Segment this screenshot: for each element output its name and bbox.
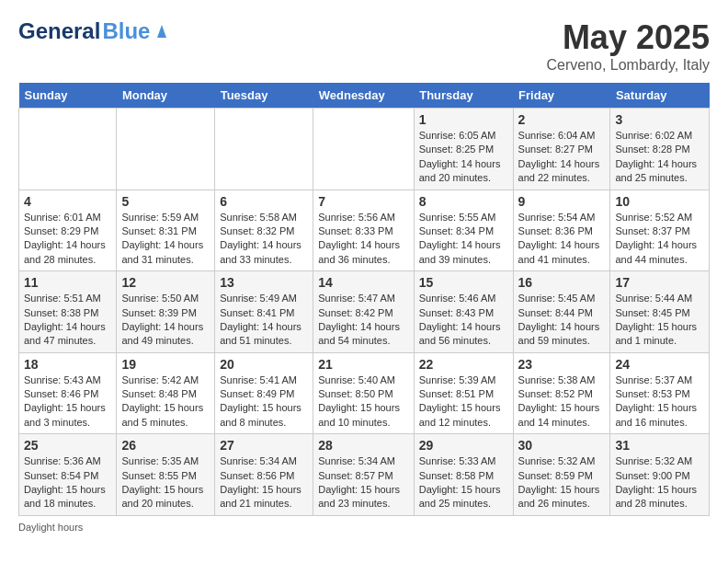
day-info: Sunrise: 6:02 AM Sunset: 8:28 PM Dayligh…: [615, 129, 704, 186]
calendar-week-row: 11Sunrise: 5:51 AM Sunset: 8:38 PM Dayli…: [19, 271, 710, 353]
calendar-cell: 26Sunrise: 5:35 AM Sunset: 8:55 PM Dayli…: [117, 434, 215, 516]
calendar-cell: 11Sunrise: 5:51 AM Sunset: 8:38 PM Dayli…: [19, 271, 117, 353]
day-info: Sunrise: 5:58 AM Sunset: 8:32 PM Dayligh…: [220, 211, 308, 268]
logo-blue: Blue: [102, 18, 150, 44]
calendar-cell: 14Sunrise: 5:47 AM Sunset: 8:42 PM Dayli…: [313, 271, 414, 353]
day-info: Sunrise: 5:46 AM Sunset: 8:43 PM Dayligh…: [419, 292, 508, 349]
day-info: Sunrise: 5:39 AM Sunset: 8:51 PM Dayligh…: [419, 373, 508, 431]
footer-daylight: Daylight hours: [18, 522, 710, 533]
day-info: Sunrise: 5:56 AM Sunset: 8:33 PM Dayligh…: [318, 211, 408, 268]
day-info: Sunrise: 5:37 AM Sunset: 8:53 PM Dayligh…: [615, 373, 704, 431]
day-info: Sunrise: 5:54 AM Sunset: 8:36 PM Dayligh…: [518, 211, 606, 268]
logo-general: General: [18, 18, 100, 44]
day-number: 8: [419, 194, 508, 209]
day-number: 24: [615, 357, 704, 372]
day-number: 20: [220, 357, 308, 372]
calendar-cell: 17Sunrise: 5:44 AM Sunset: 8:45 PM Dayli…: [610, 271, 710, 353]
day-number: 26: [121, 438, 210, 453]
day-number: 15: [419, 275, 508, 290]
calendar-dow-monday: Monday: [117, 83, 215, 109]
calendar-dow-sunday: Sunday: [19, 83, 117, 109]
day-info: Sunrise: 6:05 AM Sunset: 8:25 PM Dayligh…: [419, 129, 508, 186]
day-number: 19: [121, 357, 210, 372]
day-number: 6: [220, 194, 308, 209]
day-number: 31: [615, 438, 704, 453]
day-info: Sunrise: 5:45 AM Sunset: 8:44 PM Dayligh…: [518, 292, 606, 349]
day-number: 13: [220, 275, 308, 290]
day-number: 22: [419, 357, 508, 372]
calendar-cell: [19, 109, 117, 190]
day-info: Sunrise: 6:04 AM Sunset: 8:27 PM Dayligh…: [518, 129, 606, 186]
day-info: Sunrise: 5:42 AM Sunset: 8:48 PM Dayligh…: [121, 373, 210, 431]
calendar-cell: 5Sunrise: 5:59 AM Sunset: 8:31 PM Daylig…: [117, 190, 215, 271]
day-info: Sunrise: 5:51 AM Sunset: 8:38 PM Dayligh…: [24, 292, 111, 349]
day-number: 5: [121, 194, 210, 209]
calendar-cell: [117, 109, 215, 190]
day-number: 29: [419, 438, 508, 453]
calendar-week-row: 25Sunrise: 5:36 AM Sunset: 8:54 PM Dayli…: [19, 434, 710, 516]
calendar-cell: 13Sunrise: 5:49 AM Sunset: 8:41 PM Dayli…: [215, 271, 313, 353]
logo: General Blue: [18, 18, 172, 44]
day-number: 28: [318, 438, 408, 453]
page-header: General Blue May 2025 Cerveno, Lombardy,…: [18, 18, 710, 74]
calendar-cell: 20Sunrise: 5:41 AM Sunset: 8:49 PM Dayli…: [215, 352, 313, 434]
calendar-cell: 23Sunrise: 5:38 AM Sunset: 8:52 PM Dayli…: [513, 352, 610, 434]
day-number: 11: [24, 275, 111, 290]
calendar-cell: 30Sunrise: 5:32 AM Sunset: 8:59 PM Dayli…: [513, 434, 610, 516]
day-info: Sunrise: 5:35 AM Sunset: 8:55 PM Dayligh…: [121, 454, 210, 511]
calendar-cell: 16Sunrise: 5:45 AM Sunset: 8:44 PM Dayli…: [513, 271, 610, 353]
day-info: Sunrise: 5:34 AM Sunset: 8:56 PM Dayligh…: [220, 454, 308, 511]
day-info: Sunrise: 5:40 AM Sunset: 8:50 PM Dayligh…: [318, 373, 408, 431]
title-block: May 2025 Cerveno, Lombardy, Italy: [546, 18, 710, 74]
calendar-cell: 6Sunrise: 5:58 AM Sunset: 8:32 PM Daylig…: [215, 190, 313, 271]
calendar-cell: 15Sunrise: 5:46 AM Sunset: 8:43 PM Dayli…: [414, 271, 513, 353]
calendar-cell: 22Sunrise: 5:39 AM Sunset: 8:51 PM Dayli…: [414, 352, 513, 434]
day-number: 4: [24, 194, 111, 209]
day-info: Sunrise: 5:50 AM Sunset: 8:39 PM Dayligh…: [121, 292, 210, 349]
calendar-cell: 31Sunrise: 5:32 AM Sunset: 9:00 PM Dayli…: [610, 434, 710, 516]
day-info: Sunrise: 5:34 AM Sunset: 8:57 PM Dayligh…: [318, 454, 408, 511]
day-number: 30: [518, 438, 606, 453]
calendar-dow-tuesday: Tuesday: [215, 83, 313, 109]
day-info: Sunrise: 5:32 AM Sunset: 9:00 PM Dayligh…: [615, 454, 704, 511]
day-info: Sunrise: 5:36 AM Sunset: 8:54 PM Dayligh…: [24, 454, 111, 511]
day-number: 21: [318, 357, 408, 372]
calendar-cell: 1Sunrise: 6:05 AM Sunset: 8:25 PM Daylig…: [414, 109, 513, 190]
day-info: Sunrise: 5:47 AM Sunset: 8:42 PM Dayligh…: [318, 292, 408, 349]
calendar-cell: 28Sunrise: 5:34 AM Sunset: 8:57 PM Dayli…: [313, 434, 414, 516]
calendar-week-row: 4Sunrise: 6:01 AM Sunset: 8:29 PM Daylig…: [19, 190, 710, 271]
calendar-cell: 9Sunrise: 5:54 AM Sunset: 8:36 PM Daylig…: [513, 190, 610, 271]
calendar-cell: 19Sunrise: 5:42 AM Sunset: 8:48 PM Dayli…: [117, 352, 215, 434]
calendar-cell: 18Sunrise: 5:43 AM Sunset: 8:46 PM Dayli…: [19, 352, 117, 434]
logo-triangle-icon: [152, 21, 172, 41]
calendar-cell: 27Sunrise: 5:34 AM Sunset: 8:56 PM Dayli…: [215, 434, 313, 516]
day-number: 10: [615, 194, 704, 209]
day-number: 7: [318, 194, 408, 209]
calendar-cell: 3Sunrise: 6:02 AM Sunset: 8:28 PM Daylig…: [610, 109, 710, 190]
day-number: 17: [615, 275, 704, 290]
calendar-cell: [215, 109, 313, 190]
calendar-cell: 24Sunrise: 5:37 AM Sunset: 8:53 PM Dayli…: [610, 352, 710, 434]
day-number: 1: [419, 112, 508, 127]
day-number: 14: [318, 275, 408, 290]
svg-marker-0: [157, 25, 166, 38]
location-subtitle: Cerveno, Lombardy, Italy: [546, 57, 710, 74]
day-info: Sunrise: 5:38 AM Sunset: 8:52 PM Dayligh…: [518, 373, 606, 431]
calendar-header-row: SundayMondayTuesdayWednesdayThursdayFrid…: [19, 83, 710, 109]
calendar-dow-wednesday: Wednesday: [313, 83, 414, 109]
day-info: Sunrise: 5:32 AM Sunset: 8:59 PM Dayligh…: [518, 454, 606, 511]
calendar-cell: [313, 109, 414, 190]
day-number: 27: [220, 438, 308, 453]
calendar-cell: 25Sunrise: 5:36 AM Sunset: 8:54 PM Dayli…: [19, 434, 117, 516]
day-info: Sunrise: 5:49 AM Sunset: 8:41 PM Dayligh…: [220, 292, 308, 349]
month-year-title: May 2025: [546, 18, 710, 57]
day-info: Sunrise: 5:44 AM Sunset: 8:45 PM Dayligh…: [615, 292, 704, 349]
calendar-cell: 29Sunrise: 5:33 AM Sunset: 8:58 PM Dayli…: [414, 434, 513, 516]
day-number: 16: [518, 275, 606, 290]
day-number: 12: [121, 275, 210, 290]
day-info: Sunrise: 5:55 AM Sunset: 8:34 PM Dayligh…: [419, 211, 508, 268]
day-info: Sunrise: 5:59 AM Sunset: 8:31 PM Dayligh…: [121, 211, 210, 268]
calendar-table: SundayMondayTuesdayWednesdayThursdayFrid…: [18, 83, 710, 516]
day-number: 3: [615, 112, 704, 127]
calendar-dow-friday: Friday: [513, 83, 610, 109]
